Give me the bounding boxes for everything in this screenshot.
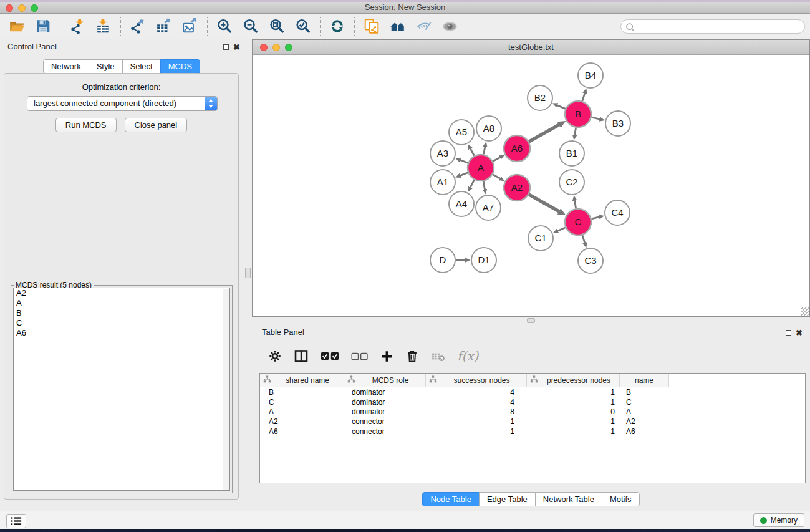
save-session-button[interactable] (32, 17, 53, 36)
tab-style[interactable]: Style (89, 59, 123, 74)
table-cell[interactable]: C (620, 398, 669, 407)
mcds-result-item[interactable]: B (14, 308, 229, 318)
column-header-shared-name[interactable]: shared name (260, 374, 344, 387)
result-list-scrollbar[interactable] (223, 289, 229, 490)
refresh-button[interactable] (327, 17, 347, 36)
run-mcds-button[interactable]: Run MCDS (55, 118, 117, 132)
table-cell[interactable]: 1 (527, 388, 620, 397)
home-button[interactable] (387, 17, 408, 36)
tab-network[interactable]: Network (43, 59, 89, 74)
table-cell[interactable]: dominator (344, 398, 426, 407)
tab-mcds[interactable]: MCDS (160, 59, 200, 74)
panel-divider-grip-horizontal[interactable] (527, 318, 535, 323)
import-network-button[interactable] (67, 17, 87, 36)
table-cell[interactable]: 1 (527, 427, 620, 436)
graph-edge-C-C4[interactable] (591, 217, 599, 219)
mcds-result-item[interactable]: A (14, 298, 229, 308)
column-header-name[interactable]: name (620, 374, 669, 387)
mcds-result-item[interactable]: A6 (14, 328, 229, 338)
create-column-button[interactable] (380, 350, 393, 363)
table-cell[interactable]: dominator (344, 388, 426, 397)
table-cell[interactable]: B (620, 388, 669, 397)
table-cell[interactable]: 4 (426, 388, 527, 397)
graph-edge-B-B1[interactable] (575, 128, 576, 135)
preview-button[interactable] (440, 17, 460, 36)
export-network-button[interactable] (127, 17, 148, 36)
table-cell[interactable]: A2 (620, 417, 669, 426)
column-settings-button[interactable] (268, 349, 282, 363)
graph-edge-A2-C[interactable] (529, 195, 559, 211)
table-cell[interactable]: A (260, 407, 344, 416)
table-cell[interactable]: C (260, 398, 344, 407)
table-cell[interactable]: 1 (426, 417, 527, 426)
table-panel-close-icon[interactable]: ✖ (796, 329, 803, 337)
unselect-all-columns-button[interactable] (351, 351, 369, 362)
app-titlebar[interactable]: Session: New Session (0, 2, 810, 14)
graph-edge-B-B3[interactable] (591, 117, 600, 119)
select-all-columns-button[interactable] (321, 351, 339, 362)
tab-node-table[interactable]: Node Table (422, 492, 480, 506)
network-resize-grip[interactable] (801, 307, 809, 316)
delete-column-button[interactable] (405, 349, 419, 363)
table-cell[interactable]: 8 (426, 407, 527, 416)
network-window-titlebar[interactable]: testGlobe.txt (253, 40, 809, 55)
graph-edge-A-A7[interactable] (483, 181, 485, 190)
close-panel-button[interactable]: Close panel (125, 118, 188, 132)
tab-select[interactable]: Select (122, 59, 161, 74)
graph-edge-A-A6[interactable] (493, 157, 500, 161)
graph-edge-A-A3[interactable] (460, 160, 468, 163)
tab-edge-table[interactable]: Edge Table (479, 492, 536, 506)
mcds-result-list[interactable]: A2ABCA6 (13, 288, 230, 491)
search-box[interactable] (620, 19, 805, 34)
graph-edge-C-C1[interactable] (557, 228, 566, 231)
export-table-button[interactable] (153, 17, 174, 36)
table-cell[interactable]: 4 (426, 398, 527, 407)
split-panel-button[interactable] (294, 349, 309, 364)
table-cell[interactable]: A (620, 407, 669, 416)
tab-motifs[interactable]: Motifs (602, 492, 640, 506)
graph-edge-C-C3[interactable] (582, 235, 585, 243)
tab-network-table[interactable]: Network Table (535, 492, 602, 506)
export-image-button[interactable] (180, 17, 200, 36)
graph-edge-A6-B[interactable] (529, 125, 559, 142)
network-canvas[interactable]: AA1A2A3A4A5A6A7A8BB1B2B3B4CC1C2C3C4DD1 (253, 55, 809, 316)
graph-edge-A-A2[interactable] (493, 175, 500, 179)
panel-divider-grip-vertical[interactable] (245, 268, 251, 278)
table-panel-float-icon[interactable] (786, 330, 791, 336)
control-panel-close-icon[interactable]: ✖ (233, 44, 240, 51)
zoom-in-button[interactable] (214, 17, 234, 36)
graph-edge-A-A5[interactable] (470, 148, 474, 156)
search-input[interactable] (637, 21, 801, 34)
table-cell[interactable]: A2 (260, 417, 344, 426)
graph-edge-C-C2[interactable] (575, 200, 576, 208)
graph-edge-A-A8[interactable] (483, 147, 485, 155)
zoom-out-button[interactable] (240, 17, 261, 36)
task-history-button[interactable] (6, 514, 26, 528)
mcds-result-item[interactable]: A2 (14, 288, 229, 298)
zoom-selected-button[interactable] (292, 17, 313, 36)
graph-edge-A-A1[interactable] (460, 173, 468, 176)
column-header-successor-nodes[interactable]: successor nodes (426, 374, 527, 387)
table-cell[interactable]: A6 (260, 427, 344, 436)
column-header-MCDS-role[interactable]: MCDS role (344, 374, 426, 387)
table-cell[interactable]: connector (344, 417, 426, 426)
criterion-dropdown[interactable]: largest connected component (directed) (27, 96, 218, 111)
duplicate-network-button[interactable] (361, 17, 382, 36)
zoom-fit-button[interactable] (266, 17, 287, 36)
graph-edge-A-A4[interactable] (470, 180, 475, 188)
table-cell[interactable]: 1 (527, 417, 620, 426)
graph-edge-B-B4[interactable] (582, 93, 585, 101)
column-header-predecessor-nodes[interactable]: predecessor nodes (527, 374, 620, 387)
table-cell[interactable]: connector (344, 427, 426, 436)
control-panel-float-icon[interactable] (223, 44, 229, 50)
graph-edge-B-B2[interactable] (557, 105, 566, 109)
import-table-button[interactable] (93, 17, 113, 36)
show-hide-graphics-button[interactable] (413, 17, 434, 36)
table-cell[interactable]: 1 (527, 398, 620, 407)
table-cell[interactable]: B (260, 388, 344, 397)
mcds-result-item[interactable]: C (14, 318, 229, 328)
table-cell[interactable]: A6 (620, 427, 669, 436)
memory-button[interactable]: Memory (753, 513, 804, 527)
table-cell[interactable]: dominator (344, 407, 426, 416)
table-cell[interactable]: 1 (426, 427, 527, 436)
